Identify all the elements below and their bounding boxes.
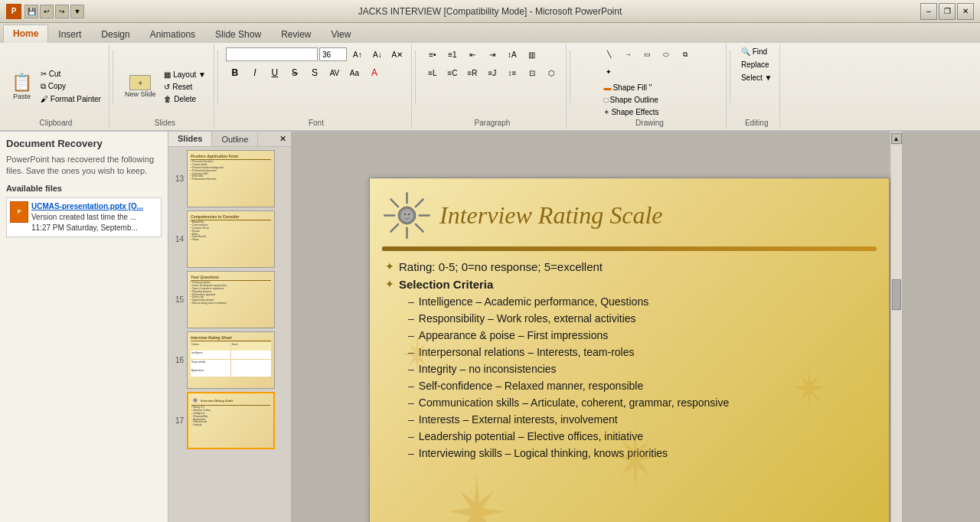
scroll-thumb[interactable] <box>892 279 901 310</box>
clear-format-button[interactable]: A✕ <box>388 46 407 63</box>
slide-15-thumb[interactable]: Your Questions • Training programs• Care… <box>187 271 275 328</box>
slide-13-thumb[interactable]: Position Application Form • Personal inf… <box>187 150 275 207</box>
shape-oval-button[interactable]: ⬭ <box>657 46 675 63</box>
justify-button[interactable]: ≡J <box>483 64 501 81</box>
arrange-button[interactable]: ⧉ <box>676 46 694 63</box>
sub-bullet-2-text: Responsibility – Work roles, external ac… <box>419 312 636 325</box>
shadow-button[interactable]: S <box>305 64 324 81</box>
shape-outline-button[interactable]: □ Shape Outline <box>599 94 699 106</box>
font-size-input[interactable]: 36 <box>319 47 347 61</box>
text-direction-button[interactable]: ↕A <box>503 46 521 63</box>
shape-rect-button[interactable]: ▭ <box>638 46 656 63</box>
shape-line-button[interactable]: ╲ <box>599 46 618 63</box>
quick-save-icon[interactable]: 💾 <box>24 5 38 18</box>
sub-bullet-7-text: Communication skills – Articulate, coher… <box>419 396 729 409</box>
sep5 <box>730 51 730 104</box>
sub-bullet-3-text: Appearance & poise – First impressions <box>419 329 608 341</box>
layout-button[interactable]: ▦ Layout ▼ <box>161 69 208 80</box>
col-spacer <box>543 46 546 63</box>
svg-point-15 <box>404 214 406 215</box>
sep4 <box>570 51 570 104</box>
slide-panel-close-button[interactable]: ✕ <box>275 132 291 145</box>
paste-button[interactable]: 📋 Paste <box>8 70 36 103</box>
slide-15-item[interactable]: 15 Your Questions • Training programs• C… <box>172 271 288 328</box>
quick-redo-icon[interactable]: ↪ <box>55 5 69 18</box>
align-text-button[interactable]: ⊡ <box>523 64 541 81</box>
numbering-button[interactable]: ≡1 <box>443 46 462 63</box>
quick-more-icon[interactable]: ▼ <box>70 5 84 18</box>
vertical-scrollbar[interactable]: ▲ ▼ <box>890 132 902 522</box>
smartart-button[interactable]: ⬡ <box>543 64 561 81</box>
drawing-group: ╲ → ▭ ⬭ ⧉ ✦ ▬ Shape Fill " □ Shape Outli… <box>573 44 727 129</box>
slide-16-thumb[interactable]: Interview Rating Sheet Criteria Score In… <box>187 331 275 389</box>
slide-17-thumb[interactable]: Interview Rating Scale • Rating: 0-5• Se… <box>187 392 275 449</box>
shape-outline-label: Shape Outline <box>609 96 658 104</box>
quick-undo-icon[interactable]: ↩ <box>40 5 54 18</box>
new-slide-button[interactable]: + New Slide <box>121 73 160 100</box>
svg-line-23 <box>416 199 423 207</box>
slide-16-item[interactable]: 16 Interview Rating Sheet Criteria Score… <box>172 331 288 389</box>
tab-home[interactable]: Home <box>3 24 48 43</box>
replace-button[interactable]: Replace <box>738 59 775 70</box>
find-button[interactable]: 🔍 Find <box>738 46 775 57</box>
align-right-button[interactable]: ≡R <box>463 64 482 81</box>
cut-button[interactable]: ✂ Cut <box>38 68 104 80</box>
tab-review[interactable]: Review <box>271 25 321 43</box>
line-spacing-button[interactable]: ↕≡ <box>503 64 521 81</box>
file-name[interactable]: UCMAS-presentation.pptx [O... <box>31 201 143 212</box>
scroll-up-button[interactable]: ▲ <box>891 133 902 144</box>
outline-tab[interactable]: Outline <box>212 132 258 146</box>
slide-17-number: 17 <box>172 416 184 425</box>
dash-9: – <box>408 430 414 442</box>
format-painter-button[interactable]: 🖌 Format Painter <box>38 93 104 105</box>
align-center-button[interactable]: ≡C <box>443 64 462 81</box>
align-left-button[interactable]: ≡L <box>423 64 442 81</box>
bullet-selection: ✦ Selection Criteria <box>385 278 874 291</box>
select-button[interactable]: Select ▼ <box>738 72 775 83</box>
slides-tab[interactable]: Slides <box>168 132 212 146</box>
slide-canvas[interactable]: Interview Rating Scale ✦ Rating: 0-5; 0=… <box>369 178 890 522</box>
slides-group: + New Slide ▦ Layout ▼ ↺ Reset 🗑 Delete … <box>116 44 214 129</box>
underline-button[interactable]: U <box>266 64 284 81</box>
tab-insert[interactable]: Insert <box>48 25 91 43</box>
font-color-button[interactable]: A <box>365 64 384 81</box>
bullets-button[interactable]: ≡• <box>423 46 442 63</box>
dash-2: – <box>408 312 414 325</box>
italic-button[interactable]: I <box>246 64 264 81</box>
close-button[interactable]: ✕ <box>957 3 974 20</box>
sub-bullet-5-text: Integrity – no inconsistencies <box>419 363 557 375</box>
character-spacing-button[interactable]: AV <box>325 64 344 81</box>
slide-17-item[interactable]: 17 <box>172 392 288 449</box>
tab-animations[interactable]: Animations <box>140 25 205 43</box>
font-size-down-button[interactable]: A↓ <box>368 46 387 63</box>
main-area: Document Recovery PowerPoint has recover… <box>0 132 980 522</box>
quick-styles-button[interactable]: ✦ <box>599 64 618 80</box>
slide-14-thumb[interactable]: Competencies to Consider • Adaptability•… <box>187 210 275 268</box>
shape-fill-button[interactable]: ▬ Shape Fill " <box>599 82 699 93</box>
star-bullet-2: ✦ <box>385 278 394 290</box>
shape-arrow-button[interactable]: → <box>619 46 637 63</box>
reset-button[interactable]: ↺ Reset <box>161 81 208 93</box>
minimize-button[interactable]: – <box>920 3 937 20</box>
sub-bullet-integrity: – Integrity – no inconsistencies <box>399 363 874 375</box>
increase-indent-button[interactable]: ⇥ <box>483 46 501 63</box>
delete-slide-button[interactable]: 🗑 Delete <box>161 93 208 105</box>
recovered-file-item[interactable]: P UCMAS-presentation.pptx [O... Version … <box>6 197 162 237</box>
bold-button[interactable]: B <box>226 64 244 81</box>
change-case-button[interactable]: Aa <box>345 64 364 81</box>
slide-14-item[interactable]: 14 Competencies to Consider • Adaptabili… <box>172 210 288 268</box>
restore-button[interactable]: ❐ <box>939 3 956 20</box>
copy-button[interactable]: ⧉ Copy <box>38 80 104 93</box>
sep1 <box>113 51 113 104</box>
shape-effects-button[interactable]: ✦ Shape Effects <box>599 106 699 118</box>
tab-view[interactable]: View <box>322 25 361 43</box>
tab-design[interactable]: Design <box>91 25 139 43</box>
columns-button[interactable]: ▥ <box>523 46 541 63</box>
decrease-indent-button[interactable]: ⇤ <box>463 46 482 63</box>
scroll-track <box>891 145 902 522</box>
slide-13-item[interactable]: 13 Position Application Form • Personal … <box>172 150 288 207</box>
tab-slideshow[interactable]: Slide Show <box>205 25 271 43</box>
strikethrough-button[interactable]: S̶ <box>286 64 304 81</box>
font-size-up-button[interactable]: A↑ <box>348 46 367 63</box>
font-family-input[interactable] <box>226 47 318 61</box>
